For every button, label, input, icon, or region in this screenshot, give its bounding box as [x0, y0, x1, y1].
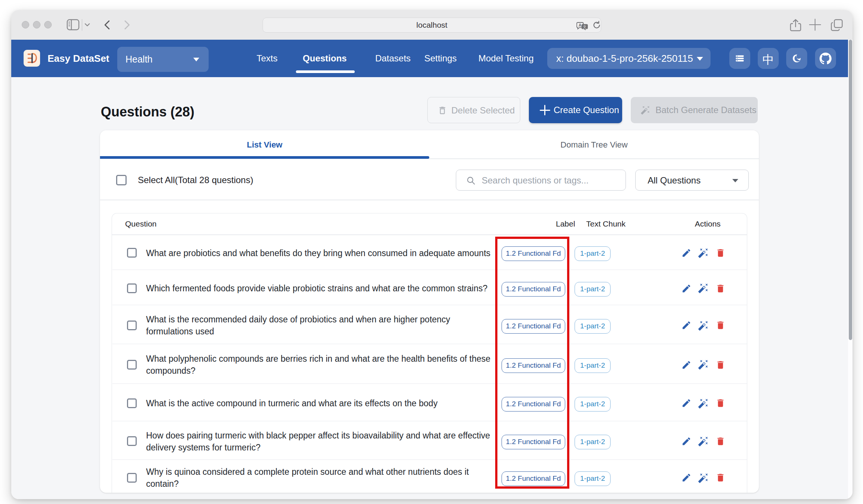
- svg-text:A: A: [579, 23, 582, 27]
- svg-text:文: 文: [583, 25, 587, 29]
